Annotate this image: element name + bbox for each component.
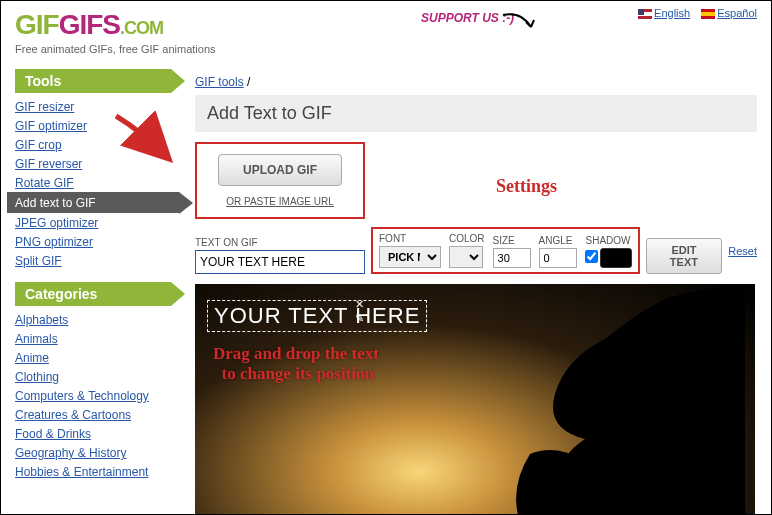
- reset-link[interactable]: Reset: [728, 245, 757, 257]
- sidebar-category-link[interactable]: Clothing: [15, 370, 59, 384]
- sidebar-tool-item[interactable]: JPEG optimizer: [15, 213, 171, 232]
- sidebar-category-link[interactable]: Food & Drinks: [15, 427, 91, 441]
- breadcrumb-gif-tools[interactable]: GIF tools: [195, 75, 244, 89]
- sidebar-tool-link[interactable]: PNG optimizer: [15, 235, 93, 249]
- sidebar-category-item[interactable]: Animals: [15, 329, 171, 348]
- categories-heading: Categories: [15, 282, 171, 306]
- sidebar-category-link[interactable]: Animals: [15, 332, 58, 346]
- text-on-gif-label: TEXT ON GIF: [195, 237, 365, 248]
- lang-spanish-link[interactable]: Español: [701, 7, 757, 19]
- sidebar-tool-link[interactable]: JPEG optimizer: [15, 216, 98, 230]
- paste-url-row: OR PASTE IMAGE URL: [207, 196, 353, 207]
- overlay-close-icon[interactable]: ✕: [355, 298, 364, 311]
- size-input[interactable]: [493, 248, 531, 268]
- size-label: SIZE: [493, 235, 531, 246]
- font-select[interactable]: PICK ME: [379, 246, 441, 268]
- annotation-arrow-icon: [111, 111, 181, 171]
- sidebar-category-link[interactable]: Creatures & Cartoons: [15, 408, 131, 422]
- sidebar-tool-item[interactable]: Split GIF: [15, 251, 171, 270]
- sidebar-tool-link[interactable]: GIF resizer: [15, 100, 74, 114]
- sidebar-tool-link[interactable]: GIF optimizer: [15, 119, 87, 133]
- sidebar-tool-item[interactable]: Add text to GIF: [7, 192, 179, 213]
- breadcrumb: GIF tools /: [195, 69, 757, 95]
- sidebar-category-link[interactable]: Geography & History: [15, 446, 126, 460]
- paste-image-url-link[interactable]: PASTE IMAGE URL: [244, 196, 334, 207]
- overlay-text-draggable[interactable]: YOUR TEXT HERE: [207, 300, 427, 332]
- settings-annotation: Settings: [496, 176, 557, 197]
- support-arrow-icon: [501, 9, 541, 39]
- lang-english-link[interactable]: English: [638, 7, 690, 19]
- sidebar-category-item[interactable]: Anime: [15, 348, 171, 367]
- settings-box: FONT PICK ME COLOR SIZE ANGLE SHADOW: [371, 227, 640, 274]
- sidebar-tool-link[interactable]: Rotate GIF: [15, 176, 74, 190]
- upload-area: UPLOAD GIF OR PASTE IMAGE URL: [195, 142, 365, 219]
- sidebar-category-link[interactable]: Anime: [15, 351, 49, 365]
- upload-gif-button[interactable]: UPLOAD GIF: [218, 154, 342, 186]
- sidebar-category-item[interactable]: Clothing: [15, 367, 171, 386]
- sidebar-category-item[interactable]: Alphabets: [15, 310, 171, 329]
- color-label: COLOR: [449, 233, 485, 244]
- font-label: FONT: [379, 233, 441, 244]
- shadow-color-swatch[interactable]: [600, 248, 632, 268]
- sidebar-category-link[interactable]: Alphabets: [15, 313, 68, 327]
- us-flag-icon: [638, 9, 652, 19]
- drag-annotation: Drag and drop the text to change its pos…: [213, 344, 379, 385]
- page-title: Add Text to GIF: [195, 95, 757, 132]
- sidebar-tool-item[interactable]: Rotate GIF: [15, 173, 171, 192]
- sidebar-category-item[interactable]: Creatures & Cartoons: [15, 405, 171, 424]
- sidebar-tool-item[interactable]: PNG optimizer: [15, 232, 171, 251]
- sidebar-tool-link[interactable]: Split GIF: [15, 254, 62, 268]
- sidebar-tool-link[interactable]: GIF crop: [15, 138, 62, 152]
- sidebar-category-item[interactable]: Hobbies & Entertainment: [15, 462, 171, 481]
- tools-heading: Tools: [15, 69, 171, 93]
- angle-input[interactable]: [539, 248, 577, 268]
- edit-text-button[interactable]: EDIT TEXT: [646, 238, 723, 274]
- es-flag-icon: [701, 9, 715, 19]
- shadow-checkbox[interactable]: [585, 250, 598, 263]
- silhouette-image: [405, 284, 745, 515]
- sidebar-tool-link[interactable]: GIF reverser: [15, 157, 82, 171]
- sidebar-category-item[interactable]: Geography & History: [15, 443, 171, 462]
- color-select[interactable]: [449, 246, 483, 268]
- sidebar-category-link[interactable]: Hobbies & Entertainment: [15, 465, 148, 479]
- sidebar-tool-link[interactable]: Add text to GIF: [15, 196, 96, 210]
- angle-label: ANGLE: [539, 235, 577, 246]
- gif-preview[interactable]: YOUR TEXT HERE ✕ ✎ Drag and drop the tex…: [195, 284, 755, 515]
- sidebar-category-link[interactable]: Computers & Technology: [15, 389, 149, 403]
- text-on-gif-input[interactable]: [195, 250, 365, 274]
- tagline: Free animated GIFs, free GIF animations: [15, 43, 757, 55]
- overlay-edit-icon[interactable]: ✎: [355, 312, 364, 325]
- sidebar-category-item[interactable]: Computers & Technology: [15, 386, 171, 405]
- sidebar-category-item[interactable]: Food & Drinks: [15, 424, 171, 443]
- language-switcher: English Español: [630, 7, 757, 19]
